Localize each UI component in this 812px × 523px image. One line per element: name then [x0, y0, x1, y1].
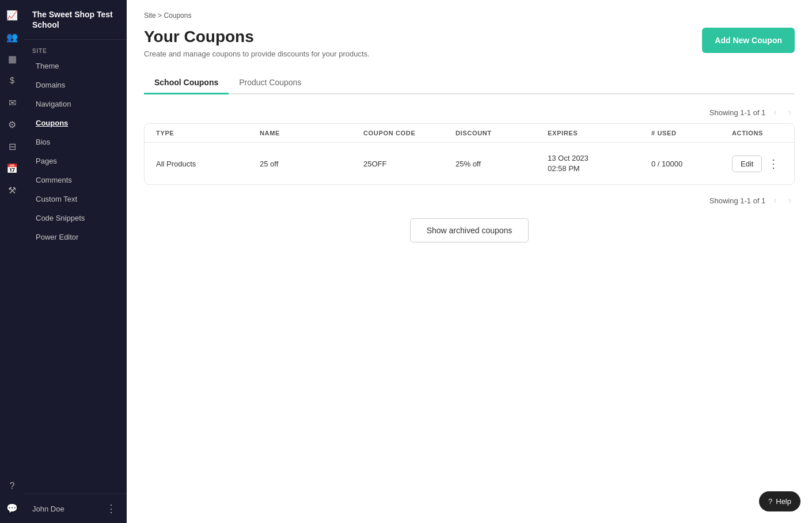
cell-name: 25 off [260, 160, 363, 168]
cell-expires: 13 Oct 2023 02:58 PM [548, 153, 651, 174]
edit-coupon-button[interactable]: Edit [732, 156, 762, 172]
coupons-table: TYPE NAME COUPON CODE DISCOUNT EXPIRES #… [144, 123, 795, 185]
sidebar-item-navigation[interactable]: Navigation [28, 95, 123, 113]
help-button[interactable]: ? Help [759, 491, 800, 511]
pagination-bottom: Showing 1-1 of 1 ‹ › [144, 194, 795, 207]
header-expires: EXPIRES [548, 130, 651, 137]
users-icon[interactable]: 👥 [3, 28, 21, 46]
pagination-prev-top[interactable]: ‹ [770, 106, 780, 119]
pagination-next-top[interactable]: › [785, 106, 795, 119]
activity-icon[interactable]: 📈 [3, 6, 21, 24]
help-icon: ? [768, 497, 772, 506]
sidebar-item-custom-text[interactable]: Custom Text [28, 190, 123, 208]
header-discount: DISCOUNT [456, 130, 548, 137]
sidebar-item-coupons[interactable]: Coupons [28, 114, 123, 132]
question-icon[interactable]: ? [3, 477, 21, 495]
page-header: Your Coupons Create and manage coupons t… [144, 28, 795, 58]
header-actions: ACTIONS [732, 130, 783, 137]
page-subtitle: Create and manage coupons to provide dis… [144, 50, 370, 58]
pagination-bottom-label: Showing 1-1 of 1 [709, 196, 766, 205]
sidebar-item-comments[interactable]: Comments [28, 171, 123, 189]
breadcrumb: Site > Coupons [144, 12, 795, 20]
pagination-top: Showing 1-1 of 1 ‹ › [144, 106, 795, 119]
cell-coupon-code: 25OFF [363, 160, 456, 168]
header-used: # USED [651, 130, 732, 137]
tab-school-coupons[interactable]: School Coupons [144, 72, 229, 94]
sidebar-item-pages[interactable]: Pages [28, 152, 123, 170]
cell-used: 0 / 10000 [651, 160, 732, 168]
dollar-icon[interactable]: ＄ [3, 71, 21, 90]
pagination-prev-bottom[interactable]: ‹ [770, 194, 780, 207]
sidebar: The Sweet Shop Test School SITE Theme Do… [24, 0, 127, 523]
add-coupon-button[interactable]: Add New Coupon [702, 28, 795, 53]
school-name: The Sweet Shop Test School [24, 0, 127, 40]
dashboard-icon[interactable]: ▦ [3, 50, 21, 68]
cell-actions: Edit ⋮ [732, 156, 783, 172]
sidebar-section-site: SITE [24, 40, 127, 56]
chat-icon[interactable]: 💬 [3, 499, 21, 517]
mail-icon[interactable]: ✉ [3, 93, 21, 112]
table-row: All Products 25 off 25OFF 25% off 13 Oct… [145, 143, 794, 184]
pagination-top-label: Showing 1-1 of 1 [709, 108, 766, 117]
coupon-tabs: School Coupons Product Coupons [144, 72, 795, 94]
sidebar-item-power-editor[interactable]: Power Editor [28, 228, 123, 246]
tool-icon[interactable]: ⚒ [3, 181, 21, 199]
header-type: TYPE [156, 130, 260, 137]
header-coupon-code: COUPON CODE [363, 130, 456, 137]
user-menu-button[interactable]: ⋮ [104, 501, 119, 516]
sidebar-item-bios[interactable]: Bios [28, 133, 123, 151]
user-name: John Doe [32, 505, 64, 513]
sidebar-item-domains[interactable]: Domains [28, 76, 123, 94]
calendar-icon[interactable]: 📅 [3, 159, 21, 177]
more-options-button[interactable]: ⋮ [765, 156, 781, 172]
cell-type: All Products [156, 160, 260, 168]
main-content: Site > Coupons Your Coupons Create and m… [127, 0, 812, 523]
settings-icon[interactable]: ⚙ [3, 115, 21, 134]
cell-discount: 25% off [456, 160, 548, 168]
icon-rail: 📈 👥 ▦ ＄ ✉ ⚙ ⊟ 📅 ⚒ ? 💬 [0, 0, 24, 523]
table-header: TYPE NAME COUPON CODE DISCOUNT EXPIRES #… [145, 124, 794, 143]
sidebar-item-code-snippets[interactable]: Code Snippets [28, 209, 123, 227]
sidebar-footer: John Doe ⋮ [24, 494, 127, 523]
tab-product-coupons[interactable]: Product Coupons [229, 72, 312, 94]
sidebar-item-theme[interactable]: Theme [28, 57, 123, 75]
pagination-next-bottom[interactable]: › [785, 194, 795, 207]
page-title-block: Your Coupons Create and manage coupons t… [144, 28, 370, 58]
page-title: Your Coupons [144, 28, 370, 46]
library-icon[interactable]: ⊟ [3, 137, 21, 156]
show-archived-button[interactable]: Show archived coupons [410, 218, 529, 242]
header-name: NAME [260, 130, 363, 137]
